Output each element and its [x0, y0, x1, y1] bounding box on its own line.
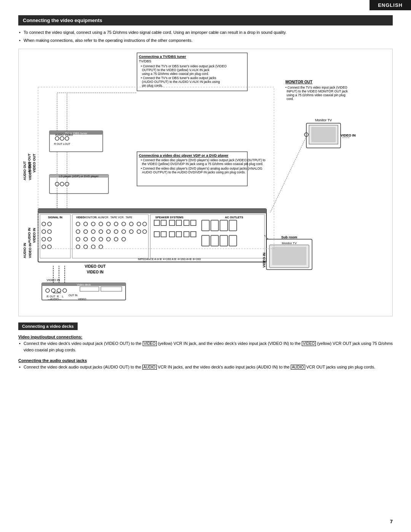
- svg-text:VIDEO: VIDEO: [76, 216, 84, 219]
- svg-text:AUDIO: AUDIO: [55, 133, 64, 136]
- section-header: Connecting the video equipments: [18, 15, 393, 25]
- svg-text:VIDEO IN: VIDEO IN: [32, 228, 36, 243]
- svg-text:TAPE: TAPE: [126, 216, 132, 219]
- audio-label-inline: AUDIO: [142, 365, 157, 370]
- svg-text:VIDEO: VIDEO: [78, 298, 86, 300]
- video-out-bottom-label: VIDEO OUT: [84, 264, 105, 268]
- svg-text:MONITOR: MONITOR: [84, 216, 96, 219]
- monitor-tv-label-top: Monitor TV: [315, 118, 332, 122]
- svg-text:• Connect the video disc playe: • Connect the video disc player's (DVD p…: [141, 167, 262, 170]
- svg-text:• Connect the TV's or DBS tune: • Connect the TV's or DBS tuner's video …: [141, 64, 227, 68]
- svg-text:Video deck: Video deck: [77, 283, 91, 286]
- svg-rect-22: [38, 209, 266, 213]
- svg-text:• Connect the video disc playe: • Connect the video disc player's (DVD p…: [141, 158, 266, 162]
- video-in-right-label: VIDEO IN: [341, 133, 356, 137]
- svg-text:SPEAKER SYSTEMS: SPEAKER SYSTEMS: [155, 216, 183, 219]
- svg-text:AUDIO IN: AUDIO IN: [27, 228, 31, 243]
- svg-text:(AUDIO OUTPUT) to the AUDIO V.: (AUDIO OUTPUT) to the AUDIO V.AUX IN jac…: [142, 80, 220, 84]
- svg-text:VCR: VCR: [118, 216, 124, 219]
- audio-out-bullet-1: Connect the video deck audio output jack…: [18, 364, 393, 370]
- diagram-area: AUDIO OUT VIDEO OUT AUDIO IN VIDEO IN TV…: [18, 49, 393, 316]
- intro-bullet-2: When making connections, also refer to t…: [18, 37, 393, 44]
- connecting-decks-header: Connecting a video decks: [18, 322, 78, 330]
- svg-rect-126: [272, 247, 306, 265]
- video-in-bottom-label: VIDEO IN: [87, 270, 104, 274]
- svg-text:LD player (VDP) or DVD player: LD player (VDP) or DVD player: [59, 175, 99, 178]
- svg-text:R: R: [57, 295, 59, 298]
- svg-text:Monitor TV: Monitor TV: [282, 241, 297, 245]
- audio-in-label: AUDIO IN: [23, 243, 27, 259]
- audio-out-bullets: Connect the video deck audio output jack…: [18, 364, 393, 370]
- audio-out-label: AUDIO OUT: [23, 161, 27, 180]
- svg-text:TAPE: TAPE: [110, 216, 117, 219]
- svg-text:TV/DBS: TV/DBS: [139, 59, 151, 63]
- video-io-bullet-1: Connect the video deck's video output ja…: [18, 340, 393, 353]
- svg-rect-119: [311, 127, 336, 142]
- video-io-bullets: Connect the video deck's video output ja…: [18, 340, 393, 353]
- svg-text:V. AUX: V. AUX: [95, 216, 104, 219]
- intro-bullets: To connect the video signal, connect usi…: [18, 29, 393, 43]
- svg-text:VIDEO OUT: VIDEO OUT: [32, 154, 36, 173]
- svg-text:• Connect the TV's video input: • Connect the TV's video input jack (VID…: [285, 86, 347, 89]
- monitor-out-title: MONITOR OUT: [285, 80, 312, 84]
- video-in-label-left: VIDEO IN: [28, 243, 32, 258]
- sub-room-label: Sub room: [281, 235, 297, 239]
- svg-text:AUDIO OUTPUT) to the AUDIO DVD: AUDIO OUTPUT) to the AUDIO DVD/VDP IN ja…: [142, 170, 245, 174]
- svg-text:R  OUT  L: R OUT L: [54, 143, 65, 145]
- svg-text:L: L: [62, 295, 64, 298]
- video-io-title: Video input/output connections:: [18, 335, 393, 339]
- svg-text:• Connect the TV's or DBS tune: • Connect the TV's or DBS tuner's audio …: [141, 76, 216, 80]
- svg-text:using a 75 Ω/ohms video coaxia: using a 75 Ω/ohms video coaxial pin plug: [287, 93, 346, 97]
- svg-text:the VIDEO (yellow) DVD/VDP IN : the VIDEO (yellow) DVD/VDP IN jack using…: [142, 162, 263, 166]
- video-label-inline-2: VIDEO: [302, 341, 316, 346]
- svg-text:VCR: VCR: [103, 216, 108, 219]
- video-in-sub-label: VIDEO IN: [262, 253, 266, 268]
- svg-text:OUT: OUT: [50, 295, 56, 298]
- svg-text:OUTPUT) to the VIDEO (yellow) : OUTPUT) to the VIDEO (yellow) V.AUX IN j…: [142, 68, 210, 72]
- svg-text:cord.: cord.: [287, 97, 294, 101]
- connecting-decks-section: Connecting a video decks Video input/out…: [18, 322, 393, 370]
- video-label-inline: VIDEO: [143, 341, 157, 346]
- svg-text:IMPEDANCE A or B: 4+16Ω  A:B: : IMPEDANCE A or B: 4+16Ω A:B: 4+16Ω A+B: …: [138, 258, 201, 260]
- svg-text:VIDEO: VIDEO: [65, 133, 73, 136]
- svg-text:OUT IN: OUT IN: [68, 294, 78, 297]
- svg-text:VIDEO IN: VIDEO IN: [46, 278, 60, 282]
- bottom-text-section: Video input/output connections: Connect …: [18, 335, 393, 370]
- svg-text:using a 75 Ω/ohms video coaxia: using a 75 Ω/ohms video coaxial pin plug…: [142, 72, 209, 76]
- audio-out-title: Connecting the audio output jacks: [18, 358, 393, 363]
- svg-text:AUDIO OUT: AUDIO OUT: [27, 153, 31, 173]
- svg-text:R: R: [46, 295, 48, 298]
- diagram-svg: AUDIO OUT VIDEO OUT AUDIO IN VIDEO IN TV…: [19, 49, 392, 315]
- svg-text:—AUDIO—: —AUDIO—: [48, 298, 61, 300]
- svg-text:OUT: OUT: [65, 143, 71, 145]
- svg-text:AUDIO: AUDIO: [53, 291, 61, 294]
- svg-text:SIGNAL IN: SIGNAL IN: [48, 216, 62, 219]
- page-number: 7: [390, 519, 393, 524]
- english-tab-label: ENGLISH: [370, 0, 411, 10]
- audio-label-inline-2: AUDIO: [291, 365, 305, 370]
- svg-text:INPUT) to the VIDEO MONITOR OU: INPUT) to the VIDEO MONITOR OUT jack: [287, 89, 348, 93]
- svg-text:AC OUTLETS: AC OUTLETS: [225, 216, 243, 219]
- tv-dbs-callout-title: Connecting a TV/DBS tuner: [139, 54, 186, 59]
- disc-callout-title: Connecting a video disc player VDP or a …: [139, 153, 229, 157]
- intro-bullet-1: To connect the video signal, connect usi…: [18, 29, 393, 36]
